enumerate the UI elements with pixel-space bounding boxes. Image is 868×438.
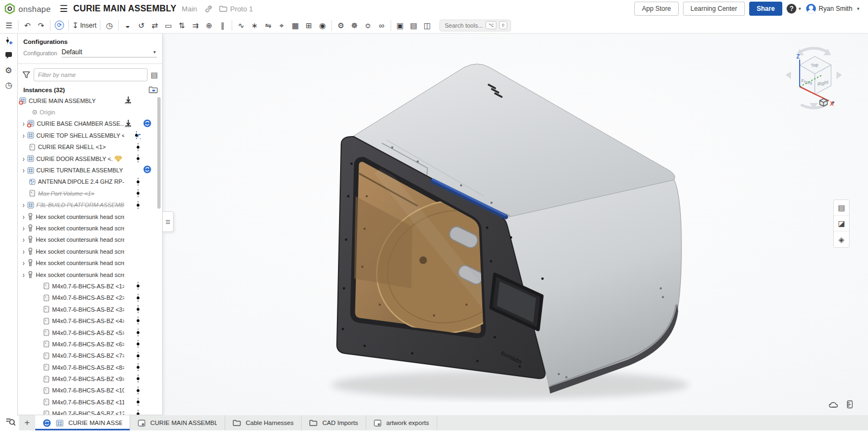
history-panel-icon[interactable]: ◷ [0,78,17,92]
panel-collapse-handle[interactable]: ☰ [163,211,174,232]
tree-item[interactable]: ›Hex socket countersunk head screw M4x..… [18,246,162,257]
tree-item[interactable]: ›Hex socket countersunk head screw M4x..… [18,257,162,268]
folder-options-icon[interactable] [149,86,158,93]
filter-icon[interactable] [22,71,30,79]
app-store-button[interactable]: App Store [634,2,678,16]
slider-mate-icon[interactable]: ⇄ [148,19,162,32]
fastened-mate-icon[interactable]: ◒ [121,19,135,32]
link-icon[interactable] [205,5,213,13]
planar-mate-icon[interactable]: ▭ [162,19,175,32]
tree-item[interactable]: M4x0.7-6-BHCS-AS-BZ <12> [18,408,162,415]
tree-item[interactable]: ›CURIE DOOR ASSEMBLY <... [18,153,162,164]
tree-item[interactable]: M4x0.7-6-BHCS-AS-BZ <4> [18,315,162,326]
view-options-button[interactable]: ▼ [819,98,835,107]
redo-icon[interactable]: ↷ [34,19,48,32]
tree-item[interactable]: M4x0.7-6-BHCS-AS-BZ <3> [18,304,162,315]
undo-icon[interactable]: ↶ [21,19,34,32]
gear-relation-icon[interactable]: ☸ [348,19,361,32]
mate-icon[interactable] [136,143,141,152]
scrollbar[interactable] [157,97,161,209]
tree-item[interactable]: M4x0.7-6-BHCS-AS-BZ <2> [18,292,162,304]
tree-item[interactable]: Max Part Volume <1> [18,188,162,199]
tree-item[interactable]: ›F3L BUILD PLATFORM ASSEMBL... [18,199,162,211]
bom-table-icon[interactable]: ▤ [834,200,849,216]
tree-item[interactable]: M4x0.7-6-BHCS-AS-BZ <9> [18,373,162,384]
tree-item[interactable]: CURIE MAIN ASSEMBLY [18,95,162,106]
mate-icon[interactable] [136,189,141,198]
tree-item[interactable]: ›CURIE BASE CHAMBER ASSE... [18,118,162,130]
mate-icon[interactable] [136,351,141,360]
help-menu[interactable]: ? ▼ [787,4,802,14]
interference-check-icon[interactable]: ◫ [420,19,434,32]
filter-input[interactable] [34,68,148,81]
linear-pattern-icon[interactable]: ▦ [289,19,302,32]
expand-arrow-icon[interactable]: › [20,154,27,163]
add-tab-button[interactable]: + [19,415,35,430]
expand-arrow-icon[interactable]: › [20,224,27,233]
mate-icon[interactable] [136,386,141,395]
mate-icon[interactable] [136,363,141,372]
exploded-view-icon[interactable]: ◈ [834,231,849,247]
tree-item[interactable]: M4x0.7-6-BHCS-AS-BZ <10> [18,385,162,396]
manage-tabs-icon[interactable] [5,417,16,429]
project-folder[interactable]: Proto 1 [219,5,253,13]
section-view-icon[interactable]: ◪ [834,216,849,231]
configuration-select[interactable]: Default ▼ [61,48,157,57]
expand-arrow-icon[interactable]: › [20,131,27,140]
belt-relation-icon[interactable]: ∞ [375,19,388,32]
tree-item[interactable]: ›Hex socket countersunk head screw M4x..… [18,211,162,222]
assembly-instances-panel-icon[interactable]: ☰ [2,19,16,32]
mate-icon[interactable] [136,339,141,349]
tree-item[interactable]: M4x0.7-6-BHCS-AS-BZ <1> [18,280,162,292]
appearance-icon[interactable]: ◉ [316,19,329,32]
replace-instance-icon[interactable]: ⇋ [261,19,275,32]
screw-relation-icon[interactable]: ≎ [361,19,375,32]
comments-panel-icon[interactable] [0,48,17,63]
view-cube[interactable]: Top Front Right Z X [776,44,852,112]
tree-item[interactable]: ›Hex socket countersunk head screw M4x..… [18,222,162,234]
parallel-mate-icon[interactable]: ∥ [216,19,229,32]
pin-slot-mate-icon[interactable]: ⇉ [189,19,202,32]
mate-icon[interactable] [136,316,141,325]
document-tab[interactable]: CAD Imports [302,415,366,430]
print-preview-icon[interactable] [829,400,838,411]
learning-center-button[interactable]: Learning Center [683,2,745,16]
mate-icon[interactable] [136,201,141,210]
mate-icon[interactable] [136,305,141,314]
tree-item[interactable]: ›CURIE TOP SHELL ASSEMBLY <1> [18,130,162,141]
tree-item[interactable]: ›CURIE TURNTABLE ASSEMBLY <... [18,164,162,176]
mate-icon[interactable] [136,397,141,407]
tree-item[interactable]: CURIE REAR SHELL <1> [18,141,162,153]
mate-icon[interactable] [136,328,141,337]
mate-connector-panel-icon[interactable] [0,34,17,48]
user-menu[interactable]: Ryan Smith ▼ [806,4,860,14]
history-icon[interactable]: ◷ [103,19,116,32]
update-all-icon[interactable]: ⟳ [53,19,66,32]
tree-item[interactable]: M4x0.7-6-BHCS-AS-BZ <6> [18,338,162,350]
versions-panel-icon[interactable]: ⚙ [0,63,17,78]
document-title[interactable]: CURIE MAIN ASSEMBLY [73,4,176,14]
expand-arrow-icon[interactable]: › [20,247,27,256]
relation-icon[interactable]: ⚙ [334,19,348,32]
search-tools-input[interactable]: Search tools...⌥c [439,20,511,31]
update-icon[interactable] [143,165,151,173]
snap-mode-icon[interactable]: ⌖ [275,19,289,32]
mate-icon[interactable] [136,177,141,186]
create-in-context-icon[interactable]: ▣ [393,19,407,32]
document-tab[interactable]: Cable Harnesses [225,415,302,430]
cylindrical-mate-icon[interactable]: ⇅ [175,19,189,32]
mate-icon[interactable] [136,293,141,302]
expand-arrow-icon[interactable]: › [20,120,27,128]
fixed-icon[interactable] [125,96,132,105]
expand-arrow-icon[interactable]: › [20,212,27,221]
mate-icon[interactable] [136,154,141,163]
document-tab[interactable]: CURIE MAIN ASSEM... [35,415,130,430]
list-display-options-icon[interactable]: ▤ [151,70,158,79]
edit-in-context-icon[interactable]: ▤ [407,19,420,32]
fixed-icon[interactable] [125,119,132,128]
ball-mate-icon[interactable]: ⊕ [202,19,216,32]
onshape-logo[interactable]: onshape [0,3,56,14]
expand-arrow-icon[interactable]: › [20,201,27,209]
revolute-mate-icon[interactable]: ↺ [135,19,148,32]
tree-item[interactable]: M4x0.7-6-BHCS-AS-BZ <11> [18,396,162,408]
